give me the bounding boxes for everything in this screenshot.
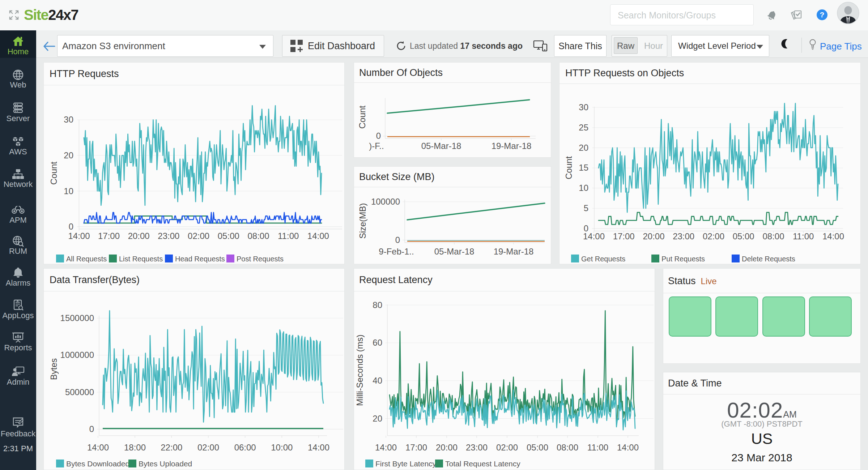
svg-text:19-Mar-18: 19-Mar-18 xyxy=(494,247,534,256)
svg-text:30: 30 xyxy=(64,115,73,124)
svg-text:11:00: 11:00 xyxy=(278,231,299,241)
svg-text:14:00: 14:00 xyxy=(375,443,397,452)
svg-text:80: 80 xyxy=(373,300,382,310)
svg-text:30: 30 xyxy=(579,102,588,112)
svg-text:Get Requests: Get Requests xyxy=(581,255,625,263)
svg-text:500000: 500000 xyxy=(65,387,94,397)
svg-text:List Requests: List Requests xyxy=(119,255,163,263)
svg-text:14:00: 14:00 xyxy=(68,231,90,241)
svg-text:23:00: 23:00 xyxy=(673,231,694,241)
svg-text:20:00: 20:00 xyxy=(436,443,458,452)
svg-text:05-Mar-18: 05-Mar-18 xyxy=(421,141,461,151)
svg-text:05:00: 05:00 xyxy=(527,443,548,452)
svg-text:05-Mar-18: 05-Mar-18 xyxy=(434,247,475,256)
svg-text:All Requests: All Requests xyxy=(66,255,107,263)
svg-text:23:00: 23:00 xyxy=(158,231,179,241)
svg-text:0: 0 xyxy=(376,131,381,141)
svg-text:Bytes Downloaded: Bytes Downloaded xyxy=(66,460,129,468)
svg-text:11:00: 11:00 xyxy=(793,231,814,241)
svg-text:)-F..: )-F.. xyxy=(369,141,384,151)
svg-text:1500000: 1500000 xyxy=(60,313,94,323)
svg-text:20:00: 20:00 xyxy=(643,231,664,241)
svg-text:02:00: 02:00 xyxy=(188,231,209,241)
svg-text:11:00: 11:00 xyxy=(587,443,608,452)
svg-text:18:00: 18:00 xyxy=(124,443,146,452)
svg-text:Bytes: Bytes xyxy=(49,358,59,380)
svg-text:20:00: 20:00 xyxy=(128,231,150,241)
svg-text:14:00: 14:00 xyxy=(307,231,329,241)
svg-text:20: 20 xyxy=(373,414,382,423)
svg-text:08:00: 08:00 xyxy=(557,443,578,452)
svg-text:14:00: 14:00 xyxy=(308,443,329,452)
svg-text:02:00: 02:00 xyxy=(703,231,724,241)
svg-text:25: 25 xyxy=(579,123,588,132)
svg-text:20: 20 xyxy=(64,150,73,160)
svg-text:Size(MB): Size(MB) xyxy=(358,203,367,239)
svg-text:Count: Count xyxy=(357,106,367,129)
svg-text:Head Requests: Head Requests xyxy=(175,255,225,263)
svg-text:17:00: 17:00 xyxy=(613,231,635,241)
svg-text:1000000: 1000000 xyxy=(60,350,94,360)
svg-text:60: 60 xyxy=(373,338,382,347)
svg-text:0: 0 xyxy=(584,223,588,233)
svg-text:100000: 100000 xyxy=(371,197,400,206)
svg-text:14:00: 14:00 xyxy=(822,231,844,241)
svg-text:Delete Requests: Delete Requests xyxy=(742,255,795,263)
svg-text:5: 5 xyxy=(584,203,588,213)
svg-text:Post Requests: Post Requests xyxy=(237,255,284,263)
svg-text:9-Feb-1..: 9-Feb-1.. xyxy=(379,247,414,256)
svg-text:Count: Count xyxy=(564,156,574,179)
svg-text:22:00: 22:00 xyxy=(161,443,182,452)
svg-text:Bytes Uploaded: Bytes Uploaded xyxy=(139,460,192,468)
svg-text:23:00: 23:00 xyxy=(466,443,488,452)
svg-text:Milli-Seconds (ms): Milli-Seconds (ms) xyxy=(355,334,365,406)
svg-text:08:00: 08:00 xyxy=(247,231,269,241)
svg-text:40: 40 xyxy=(373,376,382,385)
svg-text:06:00: 06:00 xyxy=(234,443,256,452)
svg-text:14:00: 14:00 xyxy=(87,443,109,452)
svg-text:15: 15 xyxy=(579,163,588,172)
svg-text:17:00: 17:00 xyxy=(405,443,427,452)
svg-text:17:00: 17:00 xyxy=(98,231,120,241)
svg-text:19-Mar-18: 19-Mar-18 xyxy=(492,141,532,151)
svg-text:0: 0 xyxy=(89,424,94,434)
svg-text:02:00: 02:00 xyxy=(197,443,219,452)
svg-text:08:00: 08:00 xyxy=(762,231,784,241)
svg-text:10: 10 xyxy=(64,186,73,196)
svg-text:20: 20 xyxy=(579,143,588,153)
svg-text:05:00: 05:00 xyxy=(218,231,239,241)
svg-text:First Byte Latency: First Byte Latency xyxy=(375,460,437,468)
svg-text:Total Request Latency: Total Request Latency xyxy=(445,460,520,468)
svg-text:10:00: 10:00 xyxy=(271,443,293,452)
svg-text:0: 0 xyxy=(395,235,400,245)
svg-text:Count: Count xyxy=(49,162,59,185)
svg-text:10: 10 xyxy=(579,183,588,193)
svg-text:0: 0 xyxy=(69,222,73,231)
svg-text:14:00: 14:00 xyxy=(617,443,639,452)
svg-text:02:00: 02:00 xyxy=(496,443,518,452)
svg-text:Put Requests: Put Requests xyxy=(661,255,705,263)
svg-text:05:00: 05:00 xyxy=(733,231,754,241)
